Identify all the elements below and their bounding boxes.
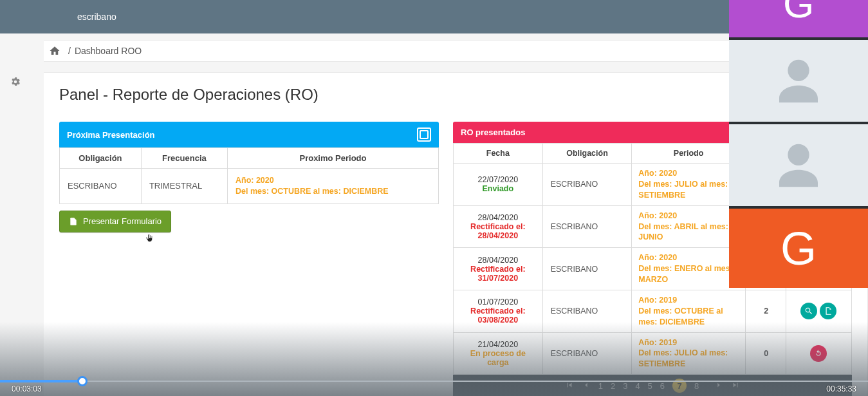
- pager-page-5[interactable]: 5: [648, 381, 652, 391]
- timecode-current: 00:03:03: [12, 384, 42, 393]
- proxima-presentacion-table: Obligación Frecuencia Proximo Periodo ES…: [59, 147, 439, 204]
- cell-fecha: 28/04/2020Rectificado el: 31/07/2020: [454, 248, 543, 290]
- col-fecha: Fecha: [454, 144, 543, 164]
- cell-regi: 2: [745, 290, 786, 332]
- video-scrubber-track[interactable]: [0, 381, 868, 382]
- pager-last-icon[interactable]: [731, 381, 740, 391]
- cell-obligacion: ESCRIBANO: [542, 164, 632, 206]
- panel-left-title: Próxima Presentación: [67, 130, 155, 140]
- participant-initial: G: [780, 222, 817, 275]
- pager-first-icon[interactable]: [565, 381, 574, 391]
- cell-periodo: Año: 2019Del mes: JULIO al mes: SETIEMBR…: [632, 332, 745, 375]
- table-row: 01/07/2020Rectificado el: 03/08/2020ESCR…: [454, 290, 852, 332]
- zoom-icon[interactable]: [800, 303, 817, 319]
- refresh-icon[interactable]: [810, 345, 827, 362]
- cell-fecha: 22/07/2020Enviado: [454, 164, 543, 206]
- pager-page-3[interactable]: 3: [623, 381, 627, 391]
- videocall-participant-4-active[interactable]: G: [729, 209, 868, 288]
- timecode-total: 00:35:33: [826, 384, 856, 393]
- cell-periodo: Año: 2020Del mes: JULIO al mes: SETIEMBR…: [632, 164, 745, 206]
- videocall-participant-3[interactable]: [729, 124, 868, 206]
- cell-obligacion: ESCRIBANO: [542, 290, 632, 332]
- periodo-line2: Del mes: OCTUBRE al mes: DICIEMBRE: [235, 187, 389, 196]
- pager-page-6[interactable]: 6: [660, 381, 665, 391]
- pager-prev-icon[interactable]: [582, 381, 591, 391]
- panel-right-title: RO presentados: [461, 127, 525, 137]
- pager-page-8[interactable]: 8: [694, 381, 699, 391]
- home-icon[interactable]: [49, 45, 60, 57]
- logged-user-label: escribano: [77, 12, 116, 22]
- cell-periodo: Año: 2020 Del mes: OCTUBRE al mes: DICIE…: [227, 169, 438, 204]
- panel-left-header: Próxima Presentación: [59, 122, 439, 147]
- video-scrubber-played: [0, 380, 82, 382]
- videocall-participant-2[interactable]: [729, 40, 868, 122]
- breadcrumb-sep: /: [68, 46, 71, 56]
- cell-obligacion: ESCRIBANO: [60, 169, 142, 204]
- cell-fecha: 01/07/2020Rectificado el: 03/08/2020: [454, 290, 543, 332]
- presentar-formulario-label: Presentar Formulario: [83, 216, 162, 226]
- presentar-formulario-button[interactable]: Presentar Formulario: [59, 211, 171, 232]
- periodo-line1: Año: 2020: [235, 176, 274, 185]
- table-row: ESCRIBANO TRIMESTRAL Año: 2020 Del mes: …: [60, 169, 439, 204]
- pdf-icon[interactable]: [820, 303, 836, 319]
- cell-periodo: Año: 2020Del mes: ENERO al mes: MARZO: [632, 248, 745, 290]
- pager-page-2[interactable]: 2: [611, 381, 615, 391]
- col-periodo2: Periodo: [632, 144, 745, 164]
- col-proximo-periodo: Proximo Periodo: [227, 148, 438, 169]
- cell-fecha: 21/04/2020En proceso de carga: [454, 332, 543, 375]
- cell-actions: [786, 290, 851, 332]
- proxima-presentacion-panel: Próxima Presentación Obligación Frecuenc…: [59, 122, 439, 396]
- cell-actions: [786, 332, 851, 375]
- settings-gear-icon[interactable]: [10, 76, 21, 91]
- cell-obligacion: ESCRIBANO: [542, 332, 632, 375]
- pager-next-icon[interactable]: [714, 381, 723, 391]
- cell-frecuencia: TRIMESTRAL: [141, 169, 227, 204]
- videocall-participants-column: G G: [729, 0, 868, 288]
- calendar-icon[interactable]: [417, 127, 431, 142]
- table-row: 21/04/2020En proceso de cargaESCRIBANOAñ…: [454, 332, 852, 375]
- col-frecuencia: Frecuencia: [141, 148, 227, 169]
- col-obligacion2: Obligación: [542, 144, 632, 164]
- video-scrubber-handle[interactable]: [77, 376, 88, 386]
- cell-obligacion: ESCRIBANO: [542, 205, 632, 248]
- breadcrumb-page[interactable]: Dashboard ROO: [75, 46, 142, 56]
- cell-periodo: Año: 2020Del mes: ABRIL al mes: JUNIO: [632, 205, 745, 248]
- cell-obligacion: ESCRIBANO: [542, 248, 632, 290]
- cell-regi: 0: [745, 332, 786, 375]
- cell-fecha: 28/04/2020Rectificado el: 28/04/2020: [454, 205, 543, 248]
- col-obligacion: Obligación: [60, 148, 142, 169]
- videocall-participant-1[interactable]: G: [729, 0, 868, 37]
- table-pager: 12345678: [453, 375, 852, 396]
- cell-periodo: Año: 2019Del mes: OCTUBRE al mes: DICIEM…: [632, 290, 745, 332]
- pager-page-1[interactable]: 1: [598, 381, 603, 391]
- pager-page-4[interactable]: 4: [635, 381, 640, 391]
